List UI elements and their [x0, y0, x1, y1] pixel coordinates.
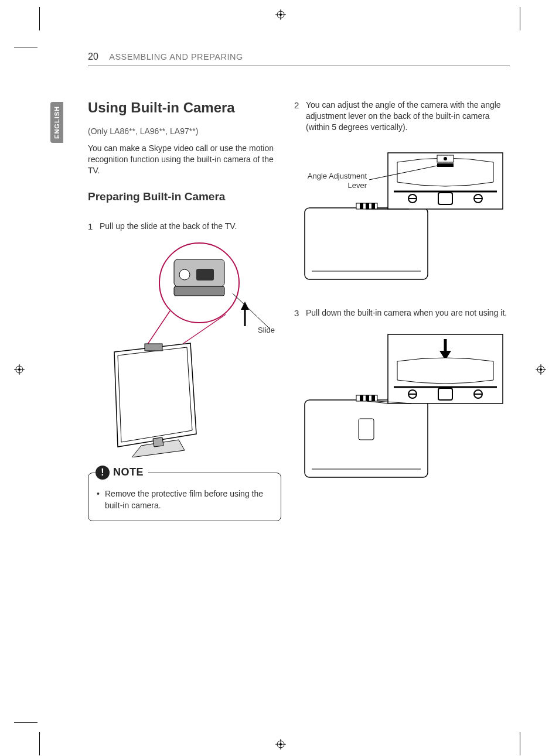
section-title: ASSEMBLING AND PREPARING [109, 52, 243, 61]
language-tab: ENGLISH [50, 102, 63, 143]
subheading-preparing: Preparing Built-in Camera [88, 190, 281, 203]
step-number: 3 [294, 307, 306, 319]
note-item: Remove the protective film before using … [97, 488, 272, 511]
registration-mark-icon [275, 9, 286, 20]
figure-pull-up-slide: Slide [97, 241, 272, 457]
intro-paragraph: You can make a Skype video call or use t… [88, 143, 281, 176]
registration-mark-icon [275, 739, 286, 750]
manual-page: 20 ASSEMBLING AND PREPARING ENGLISH Usin… [0, 0, 559, 756]
svg-rect-48 [366, 395, 369, 401]
figure-angle-adjust: Angle Adjustment Lever [300, 149, 505, 284]
page-header: 20 ASSEMBLING AND PREPARING [88, 52, 510, 66]
figure-push-down [300, 331, 505, 483]
tv-camera-illustration [97, 241, 272, 457]
svg-rect-29 [366, 203, 369, 209]
note-box: ! NOTE Remove the protective film before… [88, 473, 281, 521]
svg-point-15 [280, 743, 282, 745]
step-text: Pull up the slide at the back of the TV. [100, 221, 281, 232]
svg-line-21 [233, 293, 270, 329]
heading-using-camera: Using Built-in Camera [88, 100, 281, 116]
svg-point-19 [179, 269, 190, 280]
crop-mark [14, 47, 38, 47]
svg-point-3 [280, 13, 282, 16]
svg-rect-47 [360, 395, 363, 401]
step-number: 2 [294, 100, 306, 133]
step-text: You can adjust the angle of the camera w… [306, 100, 511, 133]
step-2: 2 You can adjust the angle of the camera… [294, 100, 511, 133]
svg-rect-34 [437, 163, 454, 167]
svg-rect-18 [174, 286, 224, 296]
model-list: (Only LA86**, LA96**, LA97**) [88, 126, 281, 136]
step-text: Pull down the built-in camera when you a… [306, 307, 511, 319]
angle-adjust-illustration [300, 149, 505, 284]
svg-rect-38 [438, 193, 452, 204]
callout-slide: Slide [258, 326, 275, 334]
registration-mark-icon [14, 364, 25, 375]
registration-mark-icon [536, 364, 546, 375]
svg-point-33 [444, 157, 447, 160]
svg-rect-24 [145, 344, 162, 351]
crop-mark [39, 732, 40, 755]
svg-rect-50 [359, 419, 374, 440]
push-down-illustration [300, 331, 505, 483]
svg-point-7 [18, 368, 21, 371]
crop-mark [39, 7, 40, 30]
callout-angle-line1: Angle Adjustment [308, 172, 367, 180]
callout-angle-line2: Lever [347, 181, 367, 190]
crop-mark [14, 722, 38, 723]
svg-rect-20 [196, 269, 214, 280]
language-tab-label: ENGLISH [53, 106, 60, 139]
left-column: Using Built-in Camera (Only LA86**, LA96… [88, 100, 281, 521]
svg-rect-28 [360, 203, 363, 209]
step-number: 1 [88, 221, 100, 232]
svg-point-11 [540, 368, 542, 371]
crop-mark [520, 7, 520, 30]
right-column: 2 You can adjust the angle of the camera… [294, 100, 511, 483]
step-1: 1 Pull up the slide at the back of the T… [88, 221, 281, 232]
svg-rect-49 [371, 395, 375, 401]
step-3: 3 Pull down the built-in camera when you… [294, 307, 511, 319]
svg-rect-30 [371, 203, 375, 209]
svg-rect-55 [438, 388, 452, 400]
note-icon: ! [96, 466, 110, 480]
page-number: 20 [88, 52, 98, 61]
note-heading: ! NOTE [96, 466, 148, 480]
svg-rect-25 [305, 208, 428, 279]
crop-mark [520, 732, 520, 755]
note-title: NOTE [113, 466, 144, 478]
